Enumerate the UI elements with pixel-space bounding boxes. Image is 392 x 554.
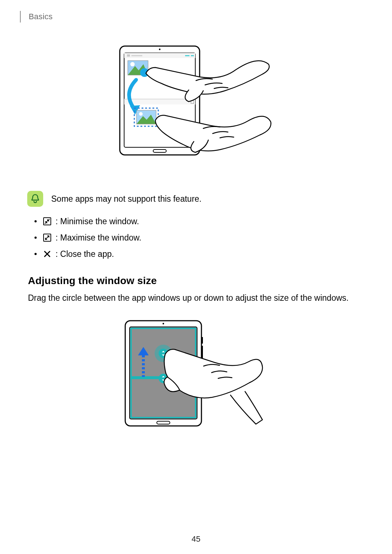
maximise-icon [43,234,51,242]
note-text: Some apps may not support this feature. [51,194,201,204]
bullet-icon [34,253,37,255]
maximise-label: : Maximise the window. [56,231,141,245]
section-body: Drag the circle between the app windows … [28,292,365,304]
svg-point-21 [139,112,143,116]
page-number: 45 [0,534,392,544]
header-divider [20,11,21,22]
svg-rect-7 [185,55,189,56]
svg-point-25 [163,323,164,324]
svg-rect-27 [201,337,203,344]
section-label: Basics [29,12,53,21]
page-header: Basics [20,11,365,22]
minimise-icon [43,217,51,225]
svg-rect-6 [131,55,142,56]
minimise-label: : Minimise the window. [56,215,139,228]
svg-rect-9 [124,99,195,99]
svg-rect-28 [201,346,203,359]
figure-adjust-size [20,319,365,440]
svg-point-14 [130,62,135,66]
svg-rect-8 [191,55,194,56]
bullet-icon [34,220,37,222]
close-icon [43,250,51,258]
svg-point-2 [159,49,160,50]
section-heading: Adjusting the window size [28,275,365,287]
window-controls-legend: : Minimise the window. : Maximise the wi… [34,215,365,260]
svg-rect-5 [127,54,130,57]
note-icon [27,191,43,207]
figure-drag-drop [20,44,365,176]
close-label: : Close the app. [56,247,114,261]
bullet-icon [34,237,37,239]
svg-rect-10 [124,99,195,104]
